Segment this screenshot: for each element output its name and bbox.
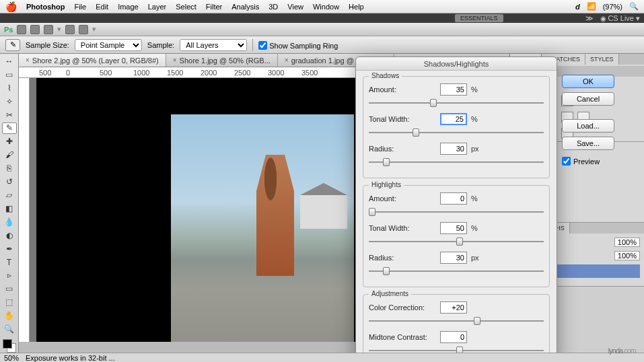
zoom-tool-icon[interactable]: 🔍 (2, 323, 17, 335)
highlights-amount-label: Amount: (369, 194, 436, 203)
color-correction-slider[interactable] (369, 316, 544, 326)
close-icon[interactable]: × (26, 57, 30, 64)
fill-value[interactable]: 100% (614, 251, 640, 260)
move-tool-icon[interactable]: ↔ (2, 55, 17, 67)
double-arrow-icon[interactable]: ≫ (585, 14, 594, 23)
panel-tab-styles[interactable]: STYLES (585, 54, 619, 65)
ok-button[interactable]: OK (562, 75, 614, 88)
apple-icon[interactable]: 🍎 (5, 1, 17, 12)
watermark: lynda.com (608, 336, 636, 358)
highlights-radius-input[interactable] (440, 252, 467, 264)
eraser-tool-icon[interactable]: ▱ (2, 189, 17, 201)
status-bar: 50% Exposure works in 32-bit ... (0, 353, 644, 362)
pen-tool-icon[interactable]: ✒ (2, 243, 17, 255)
highlights-radius-label: Radius: (369, 254, 436, 262)
cancel-button[interactable]: Cancel (562, 92, 614, 106)
3d-tool-icon[interactable]: ⬚ (2, 296, 17, 308)
highlights-amount-slider[interactable] (369, 207, 544, 217)
crop-tool-icon[interactable]: ✂ (2, 109, 17, 121)
menu-3d[interactable]: 3D (269, 3, 278, 11)
close-icon[interactable]: × (173, 57, 177, 64)
gradient-tool-icon[interactable]: ◧ (2, 203, 17, 215)
stamp-tool-icon[interactable]: ⎘ (2, 162, 17, 174)
brush-tool-icon[interactable]: 🖌 (2, 149, 17, 161)
dodge-tool-icon[interactable]: ◐ (2, 229, 17, 242)
mini-icon-3[interactable] (44, 25, 53, 34)
menu-view[interactable]: View (287, 3, 303, 11)
history-brush-icon[interactable]: ↺ (2, 176, 17, 188)
sample-select[interactable]: All Layers (180, 39, 247, 51)
menu-layer[interactable]: Layer (148, 3, 167, 11)
menu-edit[interactable]: Edit (96, 3, 108, 11)
shadows-amount-label: Amount: (369, 85, 436, 94)
shadows-tonal-label: Tonal Width: (369, 115, 436, 123)
eyedropper-tool-icon[interactable]: ✎ (2, 122, 17, 135)
status-d-icon: d (575, 3, 580, 11)
highlights-amount-input[interactable] (440, 192, 467, 205)
zoom-level[interactable]: 50% (4, 354, 19, 362)
shape-tool-icon[interactable]: ▭ (2, 283, 17, 295)
menu-analysis[interactable]: Analysis (231, 3, 259, 11)
tab-shore2[interactable]: ×Shore 2.jpg @ 50% (Layer 0, RGB/8#) (19, 54, 166, 67)
menu-image[interactable]: Image (118, 3, 139, 11)
highlights-radius-slider[interactable] (369, 266, 544, 276)
mini-icon-4[interactable] (65, 25, 75, 34)
type-tool-icon[interactable]: T (2, 256, 17, 268)
ps-logo-icon: Ps (4, 26, 13, 34)
workspace-switcher[interactable]: ESSENTIALS (455, 14, 503, 22)
midtone-contrast-input[interactable] (440, 331, 467, 343)
midtone-contrast-label: Midtone Contrast: (369, 333, 436, 341)
opacity-value[interactable]: 100% (614, 238, 640, 247)
status-num: 📶 (587, 2, 596, 11)
canvas[interactable] (36, 78, 362, 342)
app-frame-bar: Ps ▾ ▾ (0, 23, 644, 36)
heal-tool-icon[interactable]: ✚ (2, 135, 17, 147)
color-correction-input[interactable] (440, 301, 467, 314)
mini-icon-2[interactable] (30, 25, 40, 34)
show-sampling-ring[interactable]: Show Sampling Ring (258, 40, 338, 50)
shadows-amount-input[interactable] (440, 83, 467, 96)
doc-info[interactable]: Exposure works in 32-bit ... (26, 354, 115, 362)
mini-icon-1[interactable] (17, 25, 26, 34)
status-spotlight-icon[interactable]: 🔍 (629, 2, 639, 11)
eyedropper-tool-icon[interactable]: ✎ (5, 39, 20, 51)
save-button[interactable]: Save... (562, 137, 614, 150)
color-swatch[interactable] (3, 339, 16, 353)
shadows-tonal-slider[interactable] (369, 128, 544, 137)
shadows-radius-input[interactable] (440, 143, 467, 155)
wand-tool-icon[interactable]: ✧ (2, 96, 17, 108)
options-bar: ✎ Sample Size: Point Sample Sample: All … (0, 36, 644, 54)
menu-filter[interactable]: Filter (206, 3, 222, 11)
menu-file[interactable]: File (74, 3, 86, 11)
shadows-tonal-input[interactable] (440, 113, 467, 125)
marquee-tool-icon[interactable]: ▭ (2, 69, 17, 81)
path-tool-icon[interactable]: ▹ (2, 270, 17, 282)
mac-menubar: 🍎 Photoshop File Edit Image Layer Select… (0, 0, 644, 13)
menu-help[interactable]: Help (349, 3, 364, 11)
menu-window[interactable]: Window (313, 3, 339, 11)
adjustments-legend: Adjustments (369, 290, 411, 297)
highlights-tonal-input[interactable] (440, 222, 467, 234)
shadows-radius-label: Radius: (369, 145, 436, 153)
adjustments-group: Adjustments Color Correction: Midtone Co… (363, 294, 550, 362)
blur-tool-icon[interactable]: 💧 (2, 216, 17, 228)
shadows-amount-slider[interactable] (369, 98, 544, 108)
load-button[interactable]: Load... (562, 119, 614, 133)
menu-photoshop[interactable]: Photoshop (26, 3, 65, 11)
highlights-tonal-slider[interactable] (369, 237, 544, 246)
preview-checkbox[interactable]: Preview (562, 157, 614, 166)
shadows-legend: Shadows (369, 72, 402, 79)
mini-icon-5[interactable] (79, 25, 88, 34)
shadows-radius-slider[interactable] (369, 157, 544, 167)
menu-select[interactable]: Select (176, 3, 196, 11)
close-icon[interactable]: × (285, 57, 289, 64)
lasso-tool-icon[interactable]: ⌇ (2, 82, 17, 94)
toolbox: ↔ ▭ ⌇ ✧ ✂ ✎ ✚ 🖌 ⎘ ↺ ▱ ◧ 💧 ◐ ✒ T ▹ ▭ ⬚ ✋ … (0, 54, 19, 353)
cs-live-button[interactable]: ◉ CS Live ▾ (600, 14, 640, 23)
tab-shore1[interactable]: ×Shore 1.jpg @ 50% (RGB... (166, 54, 278, 67)
dialog-title: Shadows/Highlights (356, 57, 557, 71)
hand-tool-icon[interactable]: ✋ (2, 310, 17, 322)
status-battery: (97%) (603, 3, 622, 11)
sample-size-label: Sample Size: (26, 41, 69, 49)
sample-size-select[interactable]: Point Sample (75, 39, 142, 51)
